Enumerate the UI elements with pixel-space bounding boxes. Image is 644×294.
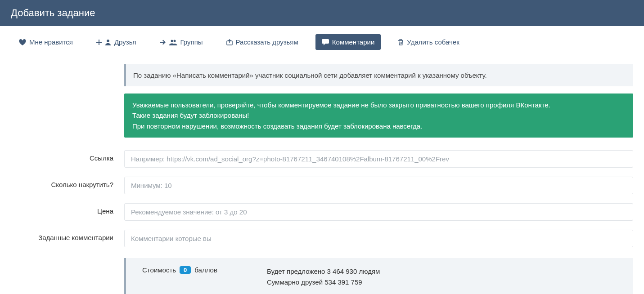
link-input[interactable] xyxy=(124,150,633,168)
warning-line-1: Уважаемые пользователи, проверяйте, чтоб… xyxy=(132,100,625,110)
stats-column: Будет предложено 3 464 930 людям Суммарн… xyxy=(267,266,380,288)
info-text: По заданию «Написать комментарий» участн… xyxy=(133,71,487,79)
friends-total-line: Суммарно друзей 534 391 759 xyxy=(267,277,380,288)
form-row-amount: Сколько накрутить? xyxy=(11,177,633,194)
tab-label: Друзья xyxy=(114,38,136,46)
comment-icon xyxy=(322,39,329,45)
cost-line: Стоимость 0 баллов xyxy=(142,266,217,274)
comments-input[interactable] xyxy=(124,230,633,247)
trash-icon xyxy=(398,39,404,45)
warning-box: Уважаемые пользователи, проверяйте, чтоб… xyxy=(124,94,633,138)
tabs-bar: Мне нравится Друзья Группы Рассказать др… xyxy=(0,26,644,57)
content-area: По заданию «Написать комментарий» участн… xyxy=(0,64,644,294)
tab-comments[interactable]: Комментарии xyxy=(315,34,381,50)
summary-box: Стоимость 0 баллов Будет предложено 3 46… xyxy=(124,258,633,294)
page-header: Добавить задание xyxy=(0,0,644,26)
arrow-right-icon xyxy=(160,40,166,45)
plus-icon xyxy=(96,40,102,45)
offered-line: Будет предложено 3 464 930 людям xyxy=(267,266,380,277)
link-label: Ссылка xyxy=(11,150,124,162)
amount-label: Сколько накрутить? xyxy=(11,177,124,188)
tab-label: Удалить собачек xyxy=(407,38,459,46)
form-row-comments: Заданные комментарии xyxy=(11,230,633,247)
tab-label: Группы xyxy=(180,38,203,46)
form-row-link: Ссылка xyxy=(11,150,633,168)
form-row-price: Цена xyxy=(11,203,633,221)
page-title: Добавить задание xyxy=(11,7,95,18)
price-input[interactable] xyxy=(124,203,633,221)
cost-suffix: баллов xyxy=(194,266,217,274)
tab-groups[interactable]: Группы xyxy=(153,34,209,50)
tab-like[interactable]: Мне нравится xyxy=(13,34,79,50)
tab-friends[interactable]: Друзья xyxy=(90,34,143,50)
warning-line-3: При повторном нарушении, возможность соз… xyxy=(132,121,625,131)
info-box: По заданию «Написать комментарий» участн… xyxy=(124,64,633,86)
svg-point-1 xyxy=(171,40,173,42)
amount-input[interactable] xyxy=(124,177,633,194)
tab-delete-dogs[interactable]: Удалить собачек xyxy=(392,34,465,50)
user-icon xyxy=(105,39,111,45)
share-icon xyxy=(226,39,233,45)
users-icon xyxy=(169,39,177,45)
comments-label: Заданные комментарии xyxy=(11,230,124,241)
tab-label: Рассказать друзьям xyxy=(236,38,298,46)
tab-share[interactable]: Рассказать друзьям xyxy=(220,34,305,50)
tab-label: Комментарии xyxy=(332,38,374,46)
cost-badge: 0 xyxy=(180,266,191,274)
heart-icon xyxy=(19,39,26,45)
svg-point-0 xyxy=(107,40,109,42)
tab-label: Мне нравится xyxy=(29,38,73,46)
svg-point-2 xyxy=(173,40,176,42)
warning-line-2: Такие задания будут заблокированы! xyxy=(132,110,625,120)
cost-prefix: Стоимость xyxy=(142,266,176,274)
price-label: Цена xyxy=(11,203,124,215)
